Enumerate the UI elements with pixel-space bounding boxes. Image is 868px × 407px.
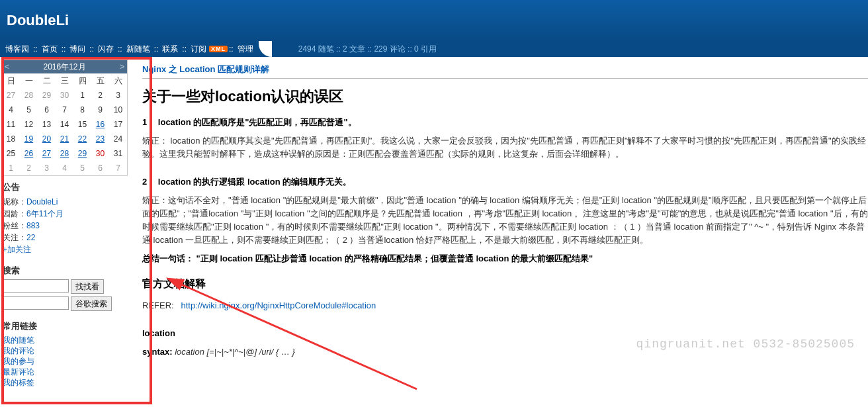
calendar-dow: 三 (56, 73, 73, 88)
article-h2: 官方文档解释 (142, 277, 868, 291)
calendar-day: 4 (56, 161, 73, 175)
search-section: 搜索 找找看 谷歌搜索 (3, 265, 126, 311)
follow-link[interactable]: +加关注 (3, 245, 31, 254)
page-header: DoubleLi (0, 0, 868, 41)
navbar: 博客园:: 首页:: 博问:: 闪存:: 新随笔:: 联系:: 订阅 XML::… (0, 41, 868, 57)
nav-curve (259, 41, 272, 57)
calendar-day: 13 (38, 117, 56, 132)
calendar-day: 17 (109, 117, 127, 132)
calendar-day: 3 (109, 88, 127, 103)
calendar-day: 4 (2, 103, 20, 117)
search-btn-2[interactable]: 谷歌搜索 (71, 296, 112, 311)
links-title: 常用链接 (3, 320, 126, 332)
article-h1: 关于一些对location认识的误区 (142, 87, 868, 107)
announce-row: 粉丝：883 (3, 220, 126, 232)
refer-link[interactable]: http://wiki.nginx.org/NginxHttpCoreModul… (181, 300, 376, 310)
p2-body: 矫正：这句话不全对，"普通 location "的匹配规则是"最大前缀"，因此"… (142, 194, 868, 247)
calendar-day[interactable]: 21 (56, 132, 73, 146)
calendar-day: 24 (109, 132, 127, 146)
search-input-1[interactable] (3, 279, 69, 293)
calendar-day: 6 (38, 103, 56, 117)
announce-value[interactable]: DoubleLi (26, 197, 58, 206)
calendar-day: 1 (2, 161, 20, 175)
location-keyword: location (142, 327, 868, 340)
calendar-day: 27 (2, 88, 20, 103)
calendar-prev[interactable]: < (5, 60, 9, 73)
calendar-table: 日一二三四五六 27282930123456789101112131415161… (2, 73, 127, 175)
nav-newpost[interactable]: 新随笔 (124, 44, 153, 55)
calendar-day: 8 (73, 103, 91, 117)
nav-flash[interactable]: 闪存 (95, 44, 116, 55)
announce-value[interactable]: 22 (26, 233, 35, 242)
search-btn-1[interactable]: 找找看 (71, 279, 104, 294)
calendar-day[interactable]: 23 (91, 132, 109, 146)
calendar-day: 30 (91, 146, 109, 161)
announce-label: 园龄： (3, 209, 26, 218)
calendar-day: 10 (109, 103, 127, 117)
announce-value[interactable]: 883 (26, 221, 40, 230)
calendar-day: 28 (20, 88, 38, 103)
nav-subscribe[interactable]: 订阅 (188, 44, 209, 55)
syntax-line: syntax: location [=|~|~*|^~|@] /uri/ { …… (142, 345, 868, 359)
announce-row: 园龄：6年11个月 (3, 208, 126, 220)
refer-line: REFER: http://wiki.nginx.org/NginxHttpCo… (142, 299, 868, 312)
calendar-day: 2 (20, 161, 38, 175)
p1-label: 1 、location 的匹配顺序是"先匹配正则，再匹配普通"。 (142, 116, 868, 129)
refer-label: REFER: (142, 300, 174, 310)
announce-label: 昵称： (3, 197, 26, 206)
calendar-day[interactable]: 29 (73, 146, 91, 161)
calendar-day: 2 (91, 88, 109, 103)
search-input-2[interactable] (3, 296, 69, 310)
calendar-day[interactable]: 26 (20, 146, 38, 161)
calendar-dow: 五 (91, 73, 109, 88)
calendar-day[interactable]: 20 (38, 132, 56, 146)
sidebar-link[interactable]: 我的随笔 (3, 335, 126, 345)
calendar-day[interactable]: 16 (91, 117, 109, 132)
sidebar-link[interactable]: 最新评论 (3, 367, 126, 377)
calendar-day: 31 (109, 146, 127, 161)
nav-home[interactable]: 首页 (39, 44, 60, 55)
search-title: 搜索 (3, 265, 126, 277)
calendar-widget: < 2016年12月 > 日一二三四五六 2728293012345678910… (1, 60, 128, 176)
calendar-day[interactable]: 22 (73, 132, 91, 146)
calendar-dow: 日 (2, 73, 20, 88)
p1-body: 矫正： location 的匹配顺序其实是"先匹配普通，再匹配正则"。我这么说，… (142, 134, 868, 161)
calendar-day: 25 (2, 146, 20, 161)
main-content: Nginx 之 Location 匹配规则详解 关于一些对location认识的… (129, 57, 868, 397)
calendar-next[interactable]: > (120, 60, 124, 73)
syntax-label: syntax: (142, 347, 173, 357)
sidebar-link[interactable]: 我的评论 (3, 345, 126, 356)
calendar-day: 30 (56, 88, 73, 103)
calendar-day[interactable]: 28 (56, 146, 73, 161)
calendar-day[interactable]: 27 (38, 146, 56, 161)
calendar-dow: 二 (38, 73, 56, 88)
calendar-day: 5 (20, 103, 38, 117)
calendar-day: 15 (73, 117, 91, 132)
announce-value[interactable]: 6年11个月 (26, 209, 64, 218)
calendar-day: 12 (20, 117, 38, 132)
nav-contact[interactable]: 联系 (159, 44, 181, 55)
announce-title: 公告 (3, 181, 126, 193)
calendar-day: 11 (2, 117, 20, 132)
links-section: 常用链接 我的随笔我的评论我的参与最新评论我的标签 (3, 320, 126, 388)
rss-icon[interactable]: XML (209, 46, 228, 52)
calendar-day: 7 (56, 103, 73, 117)
post-title-link[interactable]: Nginx 之 Location 匹配规则详解 (142, 64, 269, 74)
nav-manage[interactable]: 管理 (235, 44, 256, 55)
summary: 总结一句话： "正则 location 匹配让步普通 location 的严格精… (142, 252, 868, 265)
calendar-dow: 六 (109, 73, 127, 88)
announce-row: 昵称：DoubleLi (3, 196, 126, 208)
nav-cnblogs[interactable]: 博客园 (3, 44, 32, 55)
calendar-dow: 四 (73, 73, 91, 88)
nav-qa[interactable]: 博问 (67, 44, 88, 55)
site-title[interactable]: DoubleLi (7, 12, 69, 29)
calendar-day[interactable]: 19 (20, 132, 38, 146)
calendar-day: 5 (73, 161, 91, 175)
calendar-day: 7 (109, 161, 127, 175)
calendar-day: 9 (91, 103, 109, 117)
sidebar-link[interactable]: 我的参与 (3, 356, 126, 367)
calendar-day: 18 (2, 132, 20, 146)
article-body: 关于一些对location认识的误区 1 、location 的匹配顺序是"先匹… (142, 87, 868, 359)
sidebar-link[interactable]: 我的标签 (3, 377, 126, 388)
post-title-bar: Nginx 之 Location 匹配规则详解 (142, 61, 868, 79)
